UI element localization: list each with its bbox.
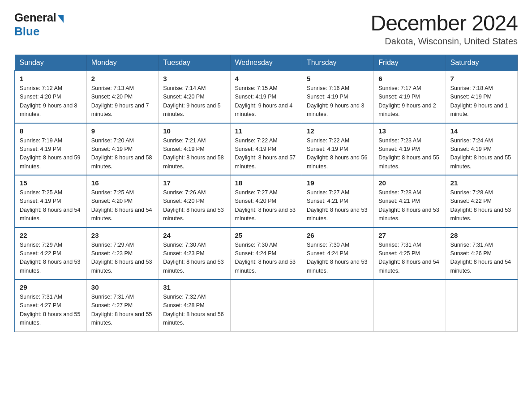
sunrise-label: Sunrise: 7:31 AM (20, 294, 62, 300)
daylight-label: Daylight: 8 hours and 54 minutes. (91, 207, 152, 222)
day-info: Sunrise: 7:23 AM Sunset: 4:19 PM Dayligh… (378, 137, 441, 171)
calendar-cell: 11 Sunrise: 7:22 AM Sunset: 4:19 PM Dayl… (230, 123, 302, 176)
calendar-cell: 24 Sunrise: 7:30 AM Sunset: 4:23 PM Dayl… (159, 227, 230, 280)
daylight-label: Daylight: 8 hours and 55 minutes. (450, 154, 511, 169)
sunset-label: Sunset: 4:19 PM (378, 146, 420, 152)
day-number: 13 (378, 127, 441, 135)
sunset-label: Sunset: 4:21 PM (378, 198, 420, 204)
calendar-cell: 29 Sunrise: 7:31 AM Sunset: 4:27 PM Dayl… (15, 279, 86, 331)
day-number: 9 (91, 127, 154, 135)
col-header-friday: Friday (374, 55, 446, 71)
daylight-label: Daylight: 8 hours and 54 minutes. (450, 259, 511, 274)
title-block: December 2024 Dakota, Wisconsin, United … (370, 11, 518, 47)
day-info: Sunrise: 7:19 AM Sunset: 4:19 PM Dayligh… (20, 137, 82, 171)
daylight-label: Daylight: 8 hours and 53 minutes. (163, 259, 224, 274)
calendar-cell: 13 Sunrise: 7:23 AM Sunset: 4:19 PM Dayl… (374, 123, 446, 176)
calendar-cell: 17 Sunrise: 7:26 AM Sunset: 4:20 PM Dayl… (159, 175, 230, 227)
col-header-monday: Monday (86, 55, 158, 71)
sunset-label: Sunset: 4:24 PM (235, 250, 276, 257)
day-info: Sunrise: 7:31 AM Sunset: 4:27 PM Dayligh… (91, 293, 154, 328)
sunset-label: Sunset: 4:20 PM (91, 94, 133, 100)
logo-arrow-icon (57, 15, 64, 23)
sunrise-label: Sunrise: 7:24 AM (450, 137, 493, 144)
calendar-cell: 28 Sunrise: 7:31 AM Sunset: 4:26 PM Dayl… (446, 227, 517, 280)
sunset-label: Sunset: 4:24 PM (307, 250, 348, 257)
sunset-label: Sunset: 4:20 PM (20, 94, 61, 100)
daylight-label: Daylight: 8 hours and 59 minutes. (20, 154, 81, 169)
calendar-cell: 30 Sunrise: 7:31 AM Sunset: 4:27 PM Dayl… (86, 279, 158, 331)
title-month: December 2024 (370, 11, 518, 35)
sunrise-label: Sunrise: 7:30 AM (307, 242, 349, 248)
calendar-cell: 10 Sunrise: 7:21 AM Sunset: 4:19 PM Dayl… (159, 123, 230, 176)
day-info: Sunrise: 7:15 AM Sunset: 4:19 PM Dayligh… (235, 84, 297, 119)
calendar-cell: 9 Sunrise: 7:20 AM Sunset: 4:19 PM Dayli… (86, 123, 158, 176)
day-number: 31 (163, 283, 225, 291)
day-number: 5 (307, 75, 369, 82)
sunrise-label: Sunrise: 7:32 AM (163, 294, 206, 300)
sunset-label: Sunset: 4:21 PM (307, 198, 348, 204)
day-info: Sunrise: 7:32 AM Sunset: 4:28 PM Dayligh… (163, 293, 225, 328)
sunset-label: Sunset: 4:19 PM (163, 146, 204, 152)
sunrise-label: Sunrise: 7:22 AM (307, 137, 349, 144)
calendar-cell: 5 Sunrise: 7:16 AM Sunset: 4:19 PM Dayli… (302, 71, 373, 123)
sunrise-label: Sunrise: 7:31 AM (450, 242, 493, 248)
day-info: Sunrise: 7:20 AM Sunset: 4:19 PM Dayligh… (91, 137, 154, 171)
day-info: Sunrise: 7:25 AM Sunset: 4:19 PM Dayligh… (20, 188, 82, 223)
daylight-label: Daylight: 9 hours and 3 minutes. (307, 103, 365, 117)
sunrise-label: Sunrise: 7:31 AM (91, 294, 134, 300)
day-number: 14 (450, 127, 513, 135)
daylight-label: Daylight: 8 hours and 57 minutes. (235, 154, 296, 169)
sunset-label: Sunset: 4:19 PM (20, 198, 61, 204)
calendar-cell: 27 Sunrise: 7:31 AM Sunset: 4:25 PM Dayl… (374, 227, 446, 280)
sunrise-label: Sunrise: 7:16 AM (307, 85, 349, 91)
daylight-label: Daylight: 8 hours and 53 minutes. (307, 207, 368, 222)
day-number: 25 (235, 231, 297, 239)
day-info: Sunrise: 7:14 AM Sunset: 4:20 PM Dayligh… (163, 84, 225, 119)
calendar-cell: 22 Sunrise: 7:29 AM Sunset: 4:22 PM Dayl… (15, 227, 86, 280)
sunset-label: Sunset: 4:19 PM (235, 146, 276, 152)
daylight-label: Daylight: 8 hours and 53 minutes. (163, 207, 224, 222)
sunrise-label: Sunrise: 7:30 AM (235, 242, 278, 248)
sunset-label: Sunset: 4:20 PM (91, 198, 133, 204)
day-info: Sunrise: 7:24 AM Sunset: 4:19 PM Dayligh… (450, 137, 513, 171)
daylight-label: Daylight: 9 hours and 5 minutes. (163, 103, 221, 117)
daylight-label: Daylight: 8 hours and 55 minutes. (20, 311, 81, 326)
col-header-tuesday: Tuesday (159, 55, 230, 71)
sunrise-label: Sunrise: 7:25 AM (20, 189, 62, 196)
sunset-label: Sunset: 4:23 PM (163, 250, 204, 257)
sunrise-label: Sunrise: 7:26 AM (163, 189, 206, 196)
daylight-label: Daylight: 8 hours and 56 minutes. (163, 311, 224, 326)
daylight-label: Daylight: 8 hours and 58 minutes. (163, 154, 224, 169)
day-number: 22 (20, 231, 82, 239)
calendar-table: SundayMondayTuesdayWednesdayThursdayFrid… (14, 55, 518, 332)
day-info: Sunrise: 7:27 AM Sunset: 4:21 PM Dayligh… (307, 188, 369, 223)
sunrise-label: Sunrise: 7:28 AM (450, 189, 493, 196)
day-number: 6 (378, 75, 441, 82)
sunset-label: Sunset: 4:22 PM (20, 250, 61, 257)
day-number: 28 (450, 231, 513, 239)
day-info: Sunrise: 7:28 AM Sunset: 4:22 PM Dayligh… (450, 188, 513, 223)
calendar-cell: 18 Sunrise: 7:27 AM Sunset: 4:20 PM Dayl… (230, 175, 302, 227)
day-info: Sunrise: 7:13 AM Sunset: 4:20 PM Dayligh… (91, 84, 154, 119)
sunrise-label: Sunrise: 7:25 AM (91, 189, 134, 196)
calendar-cell (446, 279, 517, 331)
day-number: 29 (20, 283, 82, 291)
day-info: Sunrise: 7:31 AM Sunset: 4:26 PM Dayligh… (450, 241, 513, 276)
day-number: 17 (163, 179, 225, 187)
col-header-saturday: Saturday (446, 55, 517, 71)
calendar-cell: 19 Sunrise: 7:27 AM Sunset: 4:21 PM Dayl… (302, 175, 373, 227)
col-header-wednesday: Wednesday (230, 55, 302, 71)
daylight-label: Daylight: 9 hours and 8 minutes. (20, 103, 77, 117)
day-number: 15 (20, 179, 82, 187)
daylight-label: Daylight: 9 hours and 7 minutes. (91, 103, 149, 117)
logo-blue-text: Blue (14, 25, 39, 39)
day-info: Sunrise: 7:29 AM Sunset: 4:23 PM Dayligh… (91, 241, 154, 276)
calendar-cell: 23 Sunrise: 7:29 AM Sunset: 4:23 PM Dayl… (86, 227, 158, 280)
day-number: 21 (450, 179, 513, 187)
calendar-week-row: 29 Sunrise: 7:31 AM Sunset: 4:27 PM Dayl… (15, 279, 518, 331)
calendar-cell (374, 279, 446, 331)
calendar-cell (230, 279, 302, 331)
sunset-label: Sunset: 4:20 PM (163, 198, 204, 204)
day-info: Sunrise: 7:16 AM Sunset: 4:19 PM Dayligh… (307, 84, 369, 119)
sunset-label: Sunset: 4:19 PM (378, 94, 420, 100)
